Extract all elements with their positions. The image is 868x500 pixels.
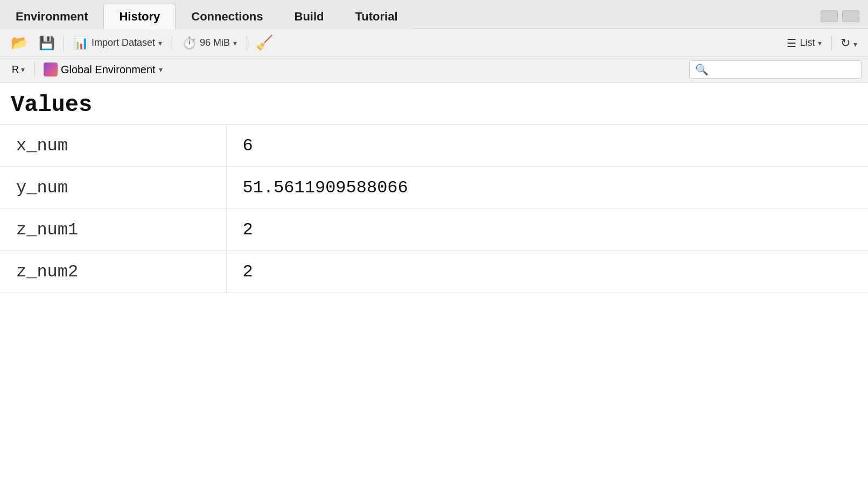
variable-value: 2 [226, 251, 868, 293]
separator-5 [34, 62, 35, 77]
import-label: Import Dataset [92, 37, 155, 48]
environment-selector[interactable]: Global Environment ▾ [39, 60, 167, 79]
language-dropdown-arrow: ▾ [21, 65, 25, 74]
secondary-toolbar: R ▾ Global Environment ▾ 🔍 [0, 57, 868, 82]
language-selector[interactable]: R ▾ [6, 62, 30, 78]
maximize-button[interactable] [842, 10, 859, 22]
save-icon: 💾 [39, 36, 55, 51]
tab-spacer [414, 3, 812, 29]
separator-4 [831, 36, 832, 51]
broom-icon: 🧹 [256, 34, 273, 51]
variable-name: z_num2 [0, 251, 226, 293]
tab-history[interactable]: History [103, 4, 176, 29]
table-row: x_num6 [0, 125, 868, 167]
tab-tutorial[interactable]: Tutorial [340, 4, 414, 29]
table-row: z_num12 [0, 209, 868, 251]
search-icon: 🔍 [695, 63, 709, 76]
variable-name: y_num [0, 167, 226, 209]
separator-2 [172, 36, 172, 51]
memory-button[interactable]: ⏱️ 96 MiB ▾ [177, 33, 242, 53]
list-icon: ☰ [787, 37, 796, 50]
save-button[interactable]: 💾 [34, 33, 59, 53]
import-dropdown-arrow: ▾ [158, 39, 162, 47]
open-folder-button[interactable]: 📂 [6, 32, 32, 53]
list-dropdown-arrow: ▾ [818, 39, 822, 47]
memory-dropdown-arrow: ▾ [233, 39, 237, 47]
values-table: x_num6y_num51.5611909588066z_num12z_num2… [0, 125, 868, 293]
folder-open-icon: 📂 [11, 34, 28, 51]
search-input[interactable] [712, 64, 856, 75]
variable-value: 2 [226, 209, 868, 251]
variable-name: x_num [0, 125, 226, 167]
table-row: z_num22 [0, 251, 868, 293]
import-dataset-button[interactable]: 📊 Import Dataset ▾ [68, 33, 167, 53]
tab-build[interactable]: Build [279, 4, 340, 29]
variable-name: z_num1 [0, 209, 226, 251]
memory-icon: ⏱️ [182, 36, 197, 50]
tab-environment[interactable]: Environment [0, 4, 103, 29]
list-view-button[interactable]: ☰ List ▾ [781, 34, 827, 52]
separator-1 [64, 36, 64, 51]
environment-dropdown-arrow: ▾ [159, 65, 163, 74]
clear-button[interactable]: 🧹 [251, 32, 277, 53]
list-label: List [800, 37, 815, 48]
variable-value: 6 [226, 125, 868, 167]
tab-connections[interactable]: Connections [176, 4, 278, 29]
separator-3 [247, 36, 247, 51]
memory-label: 96 MiB [200, 37, 230, 48]
main-content: Values x_num6y_num51.5611909588066z_num1… [0, 82, 868, 500]
language-label: R [12, 64, 19, 75]
refresh-icon: ↻ [841, 36, 850, 50]
window-controls [812, 3, 868, 29]
refresh-button[interactable]: ↻ ▾ [836, 33, 862, 53]
environment-icon [44, 63, 58, 77]
import-icon: 📊 [74, 36, 88, 50]
tab-bar: Environment History Connections Build Tu… [0, 0, 868, 29]
values-section-header: Values [0, 82, 868, 125]
environment-label: Global Environment [61, 64, 156, 76]
search-box[interactable]: 🔍 [689, 60, 862, 79]
variable-value: 51.5611909588066 [226, 167, 868, 209]
table-row: y_num51.5611909588066 [0, 167, 868, 209]
minimize-button[interactable] [821, 10, 838, 22]
refresh-dropdown-arrow: ▾ [853, 40, 857, 48]
main-toolbar: 📂 💾 📊 Import Dataset ▾ ⏱️ 96 MiB ▾ 🧹 ☰ L… [0, 29, 868, 57]
